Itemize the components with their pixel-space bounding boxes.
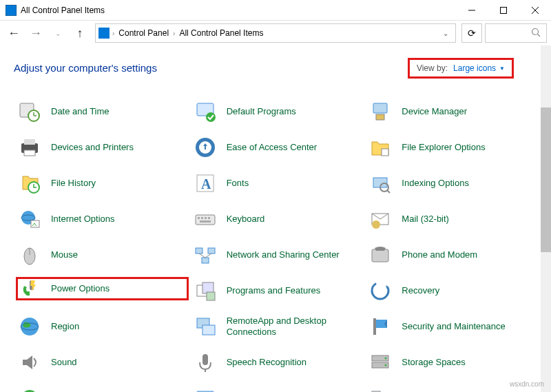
- view-by-selector[interactable]: View by: Large icons ▼: [408, 58, 514, 79]
- control-panel-item[interactable]: Date and Time: [18, 100, 187, 123]
- close-button[interactable]: [519, 0, 551, 21]
- explorer-icon: [368, 136, 392, 159]
- item-label: Ease of Access Center: [227, 142, 318, 153]
- address-bar[interactable]: › Control Panel › All Control Panel Item…: [95, 23, 456, 43]
- keyboard-icon: [194, 207, 217, 231]
- control-panel-item[interactable]: Programs and Features: [194, 279, 362, 302]
- svg-rect-29: [196, 215, 215, 225]
- back-button[interactable]: ←: [4, 23, 23, 43]
- control-panel-item[interactable]: Sync Center: [18, 386, 187, 392]
- item-label: Speech Recognition: [227, 357, 306, 368]
- view-by-value[interactable]: Large icons: [453, 63, 496, 73]
- item-label: Programs and Features: [227, 285, 321, 296]
- vertical-scrollbar[interactable]: [541, 45, 551, 392]
- svg-rect-30: [198, 217, 200, 219]
- svg-rect-55: [202, 354, 208, 365]
- speech-icon: [194, 351, 217, 374]
- fonts-icon: A: [194, 172, 217, 195]
- svg-point-36: [372, 220, 380, 229]
- svg-rect-44: [372, 249, 388, 262]
- svg-rect-54: [373, 318, 376, 335]
- view-by-label: View by:: [417, 63, 448, 73]
- control-panel-item[interactable]: Mouse: [18, 243, 187, 267]
- breadcrumb-seg-2[interactable]: All Control Panel Items: [178, 27, 264, 39]
- ease-icon: [194, 136, 217, 159]
- address-icon: [98, 28, 110, 39]
- system-icon: [194, 386, 217, 392]
- control-panel-item[interactable]: Region: [18, 315, 187, 338]
- svg-point-59: [385, 358, 387, 360]
- control-panel-item[interactable]: RemoteApp and Desktop Connections: [194, 315, 362, 338]
- svg-point-11: [206, 112, 216, 122]
- control-panel-item[interactable]: Keyboard: [194, 207, 362, 231]
- svg-rect-53: [202, 325, 215, 335]
- control-panel-item[interactable]: Network and Sharing Center: [194, 243, 362, 267]
- svg-line-43: [205, 254, 211, 258]
- control-panel-icon: [6, 5, 17, 16]
- item-label: Recovery: [402, 285, 439, 296]
- svg-line-25: [387, 190, 390, 193]
- svg-rect-40: [208, 248, 215, 254]
- item-label: Storage Spaces: [402, 357, 466, 368]
- power-icon: [18, 277, 41, 300]
- printers-icon: [18, 136, 41, 159]
- item-label: Fonts: [227, 178, 249, 189]
- svg-rect-48: [207, 292, 215, 300]
- address-dropdown[interactable]: ⌄: [439, 30, 453, 37]
- region-icon: [18, 315, 41, 338]
- control-panel-item[interactable]: Recovery: [368, 279, 537, 302]
- maximize-button[interactable]: [488, 0, 519, 21]
- item-label: Devices and Printers: [51, 142, 134, 153]
- control-panel-item[interactable]: Storage Spaces: [368, 351, 537, 374]
- item-label: Internet Options: [51, 214, 115, 225]
- item-label: Device Manager: [402, 106, 467, 117]
- control-panel-item[interactable]: AFonts: [194, 172, 362, 195]
- item-label: File Explorer Options: [402, 142, 485, 153]
- control-panel-item[interactable]: File History: [18, 172, 187, 195]
- control-panel-item[interactable]: File Explorer Options: [368, 136, 537, 159]
- svg-rect-39: [196, 248, 202, 254]
- control-panel-item[interactable]: Indexing Options: [368, 172, 537, 195]
- mail-icon: [368, 207, 392, 231]
- control-panel-item[interactable]: Mail (32-bit): [368, 207, 537, 231]
- control-panel-item[interactable]: Speech Recognition: [194, 351, 362, 374]
- forward-button[interactable]: →: [26, 23, 45, 43]
- control-panel-item[interactable]: Power Options: [16, 277, 189, 300]
- defaults-icon: [194, 100, 217, 123]
- search-input[interactable]: [485, 23, 547, 43]
- item-label: Mouse: [51, 249, 78, 260]
- recent-dropdown[interactable]: ⌄: [48, 23, 67, 43]
- datetime-icon: [18, 100, 41, 123]
- control-panel-item[interactable]: Devices and Printers: [18, 136, 187, 159]
- svg-line-5: [538, 34, 541, 37]
- item-label: Security and Maintenance: [402, 321, 505, 332]
- svg-rect-15: [24, 139, 35, 145]
- control-panel-item[interactable]: Security and Maintenance: [368, 315, 537, 338]
- up-button[interactable]: ↑: [70, 23, 90, 43]
- security-icon: [368, 315, 392, 338]
- scroll-thumb[interactable]: [541, 107, 551, 252]
- svg-rect-13: [376, 114, 384, 120]
- breadcrumb-seg-1[interactable]: Control Panel: [117, 27, 170, 39]
- svg-rect-19: [382, 149, 388, 156]
- control-panel-item[interactable]: Phone and Modem: [368, 243, 537, 267]
- svg-rect-41: [202, 258, 209, 263]
- chevron-down-icon: ▼: [499, 65, 505, 72]
- minimize-button[interactable]: [456, 0, 488, 21]
- refresh-button[interactable]: ⟳: [461, 23, 482, 43]
- svg-rect-31: [201, 217, 203, 219]
- control-panel-item[interactable]: Internet Options: [18, 207, 187, 231]
- control-panel-item[interactable]: Sound: [18, 351, 187, 374]
- network-icon: [194, 243, 217, 267]
- item-label: Indexing Options: [402, 178, 469, 189]
- chevron-right-icon[interactable]: ›: [173, 30, 175, 37]
- control-panel-item[interactable]: Ease of Access Center: [194, 136, 362, 159]
- chevron-right-icon[interactable]: ›: [112, 30, 114, 37]
- programs-icon: [194, 279, 217, 302]
- control-panel-item[interactable]: System: [194, 386, 362, 392]
- control-panel-item[interactable]: Default Programs: [194, 100, 362, 123]
- indexing-icon: [368, 172, 392, 195]
- control-panel-item[interactable]: Device Manager: [368, 100, 537, 123]
- mouse-icon: [18, 243, 41, 267]
- item-label: Default Programs: [227, 106, 296, 117]
